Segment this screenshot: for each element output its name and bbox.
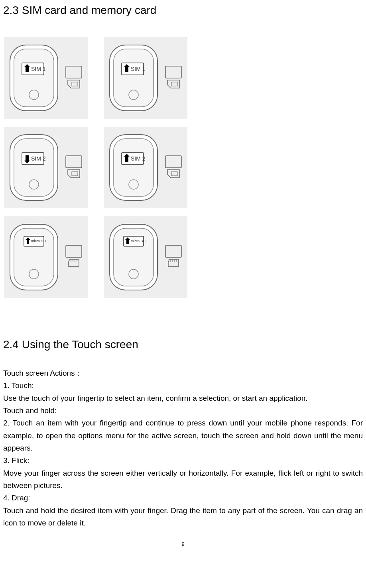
sim1-label: SIM 1 <box>31 66 46 72</box>
touch-hold-body: 2. Touch an item with your fingertip and… <box>3 417 363 454</box>
phone-microsd-right: micro SD <box>104 216 187 298</box>
touch-body: Use the touch of your fingertip to selec… <box>3 392 363 404</box>
svg-rect-32 <box>114 139 153 196</box>
sim-card-icon <box>64 154 84 182</box>
microsd-label: micro SD <box>31 239 46 243</box>
phone-sim1-right: SIM 1 <box>104 37 187 119</box>
section-heading-sim: 2.3 SIM card and memory card <box>0 4 366 17</box>
phone-shape-icon: SIM 2 <box>108 133 159 202</box>
svg-rect-30 <box>171 82 177 86</box>
phone-sim1-left: SIM 1 <box>4 37 88 119</box>
svg-rect-6 <box>72 82 78 86</box>
svg-rect-43 <box>165 245 181 257</box>
phone-sim2-right: SIM 2 <box>104 127 187 208</box>
drag-title: 4. Drag: <box>3 492 363 504</box>
svg-rect-1 <box>14 49 54 107</box>
page-number: 9 <box>0 541 366 551</box>
touch-title: 1. Touch: <box>3 379 363 392</box>
flick-title: 3. Flick: <box>3 454 363 466</box>
body-text: Touch screen Actions： 1. Touch: Use the … <box>0 367 366 529</box>
sim-card-icon <box>64 64 84 92</box>
touch-hold-title: Touch and hold: <box>3 404 363 417</box>
sim-card-icon <box>163 154 183 182</box>
sim2-label: SIM 2 <box>131 155 146 162</box>
phone-shape-icon: SIM 1 <box>8 43 60 113</box>
sim-card-icon <box>163 64 183 92</box>
phone-shape-icon: SIM 1 <box>108 43 159 113</box>
svg-rect-13 <box>72 172 78 176</box>
microsd-card-icon <box>163 243 183 271</box>
svg-rect-5 <box>66 66 82 78</box>
microsd-card-icon <box>64 243 84 271</box>
section-heading-touch: 2.4 Using the Touch screen <box>0 338 366 351</box>
phone-shape-icon: micro SD <box>8 222 60 292</box>
diagram-column-left: SIM 1 SIM 2 <box>4 37 88 298</box>
phone-sim2-left: SIM 2 <box>4 127 88 208</box>
drag-body: Touch and hold the desired item with you… <box>3 504 363 529</box>
svg-rect-12 <box>66 156 82 168</box>
svg-rect-25 <box>114 49 153 107</box>
phone-shape-icon: micro SD <box>108 222 159 292</box>
sim-diagram-container: SIM 1 SIM 2 <box>0 25 366 318</box>
svg-rect-19 <box>66 245 82 257</box>
svg-rect-37 <box>171 172 177 176</box>
diagram-column-right: SIM 1 SIM 2 <box>104 37 187 298</box>
intro-text: Touch screen Actions： <box>3 367 363 379</box>
phone-shape-icon: SIM 2 <box>8 133 60 202</box>
flick-body: Move your finger across the screen eithe… <box>3 467 363 492</box>
svg-rect-8 <box>14 139 54 196</box>
svg-rect-36 <box>165 156 181 168</box>
microsd-label: micro SD <box>131 239 146 243</box>
svg-rect-29 <box>165 66 181 78</box>
sim2-label: SIM 2 <box>31 155 46 162</box>
phone-microsd-left: micro SD <box>4 216 88 298</box>
sim1-label: SIM 1 <box>131 66 146 72</box>
